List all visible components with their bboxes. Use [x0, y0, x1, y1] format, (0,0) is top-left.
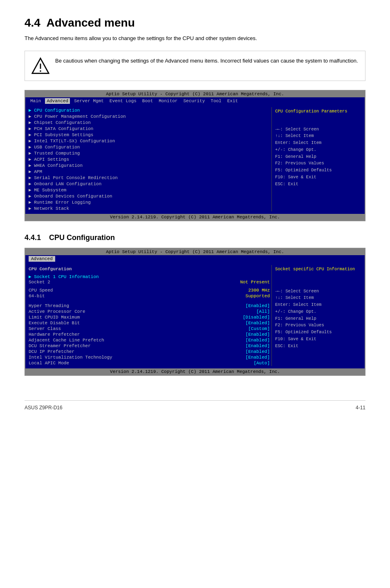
bios-hyper-threading-label: Hyper Threading — [29, 303, 69, 308]
bios-item-trusted[interactable]: ▶ Trusted Computing — [29, 150, 270, 156]
bios-item-me[interactable]: ▶ ME Subsystem — [29, 187, 270, 193]
menu-main[interactable]: Main — [29, 98, 43, 104]
bios-adj-cache-label: Adjacent Cache Line Prefetch — [29, 338, 104, 343]
bios-item-network[interactable]: ▶ Network Stack — [29, 205, 270, 211]
bios-item-cpu-config[interactable]: ▶ CPU Configuration — [29, 107, 270, 113]
bios-socket2-row: Socket 2 Not Present — [29, 279, 270, 285]
bios-64bit-value: Supported — [246, 294, 270, 298]
bios-cpu-speed-value: 2300 MHz — [248, 288, 270, 293]
bios-right2-bottom: →←: Select Screen ↑↓: Select Item Enter:… — [275, 288, 360, 350]
bios-left-1: ▶ CPU Configuration ▶ CPU Power Manageme… — [29, 107, 270, 211]
bios-footer-2: Version 2.14.1219. Copyright (C) 2011 Am… — [25, 368, 365, 375]
bios-help-change: +/-: Change Opt. — [275, 146, 360, 153]
bios-limit-cpuid-row[interactable]: Limit CPUID Maximum [Disabled] — [29, 314, 270, 320]
bios-menubar-1[interactable]: Main Advanced Server Mgmt Event Logs Boo… — [25, 97, 365, 105]
bios-socket2-label: Socket 2 — [29, 280, 50, 285]
bios-item-runtime[interactable]: ▶ Runtime Error Logging — [29, 199, 270, 205]
bios-left-2: CPU Confguration ▶ Socket 1 CPU Informat… — [29, 265, 270, 366]
bios2-help-f1: F1: General Help — [275, 315, 360, 322]
bios-active-proc-label: Active Processor Core — [29, 309, 85, 314]
bios-help-f5: F5: Optimized Defaults — [275, 167, 360, 174]
bios-item-cpu-power[interactable]: ▶ CPU Power Management Configuration — [29, 113, 270, 119]
bios-help-esc: ESC: Exit — [275, 181, 360, 188]
bios-server-class-row[interactable]: Server Class [Custom] — [29, 326, 270, 332]
intro-text: The Advanced menu items allow you to cha… — [25, 34, 365, 43]
bios-local-apic-row[interactable]: Local APIC Mode [Auto] — [29, 360, 270, 366]
bios-help-enter: Enter: Select Item — [275, 139, 360, 146]
bios2-help-esc: ESC: Exit — [275, 343, 360, 350]
bios-right-bottom-1: →←: Select Screen ↑↓: Select Item Enter:… — [275, 126, 360, 188]
bios-help-f10: F10: Save & Exit — [275, 174, 360, 181]
bios-active-proc-value: [All] — [256, 309, 270, 314]
bios-hyper-threading-row[interactable]: Hyper Threading [Enabled] — [29, 303, 270, 309]
bios-active-proc-row[interactable]: Active Processor Core [All] — [29, 309, 270, 314]
bios2-help-item: ↑↓: Select Item — [275, 294, 360, 301]
bios-64bit-label: 64-bit — [29, 294, 45, 298]
bios-dcu-streamer-row[interactable]: DCU Streamer Prefetcher [Enabled] — [29, 343, 270, 349]
bios-body-2: CPU Confguration ▶ Socket 1 CPU Informat… — [25, 263, 365, 368]
bios-item-usb[interactable]: ▶ USB Configuration — [29, 144, 270, 150]
bios-local-apic-label: Local APIC Mode — [29, 361, 69, 366]
bios-execute-disable-label: Execute Disable Bit — [29, 321, 80, 325]
bios-item-pch-sata[interactable]: ▶ PCH SATA Configuration — [29, 126, 270, 132]
menu-tool[interactable]: Tool — [209, 98, 223, 104]
bios-local-apic-value: [Auto] — [253, 361, 270, 366]
bios-adj-cache-row[interactable]: Adjacent Cache Line Prefetch [Enabled] — [29, 337, 270, 343]
menu-advanced[interactable]: Advanced — [45, 98, 70, 104]
bios-hyper-threading-value: [Enabled] — [246, 303, 270, 308]
bios-execute-disable-value: [Enabled] — [246, 321, 270, 325]
bios-item-onboard-dev[interactable]: ▶ Onboard Devices Configuration — [29, 193, 270, 199]
bios-hw-prefetch-value: [Enabled] — [246, 332, 270, 337]
bios2-help-enter: Enter: Select Item — [275, 301, 360, 308]
menu-security[interactable]: Security — [182, 98, 206, 104]
bios-item-whea[interactable]: ▶ WHEA Configuration — [29, 162, 270, 168]
bios-dcu-ip-value: [Enabled] — [246, 349, 270, 354]
footer-left: ASUS Z9PR-D16 — [25, 405, 63, 411]
bios-right-1: CPU Configuration Parameters →←: Select … — [271, 107, 361, 211]
footer-right: 4-11 — [356, 405, 365, 411]
bios-adj-cache-value: [Enabled] — [246, 338, 270, 343]
subsection-name: CPU Configuration — [49, 233, 115, 242]
bios-dcu-ip-label: DCU IP Prefetcher — [29, 349, 74, 354]
bios-item-onboard-lan[interactable]: ▶ Onboard LAN Configuration — [29, 181, 270, 187]
bios-cpu-speed-row: CPU Speed 2300 MHz — [29, 287, 270, 293]
bios2-help-f5: F5: Optimized Defaults — [275, 329, 360, 336]
bios-right2-top: Socket specific CPU Information — [275, 267, 360, 272]
bios-64bit-row: 64-bit Supported — [29, 293, 270, 299]
bios-socket1-info[interactable]: ▶ Socket 1 CPU Information — [29, 274, 270, 279]
bios-limit-cpuid-label: Limit CPUID Maximum — [29, 315, 80, 320]
bios-right-top-1: CPU Configuration Parameters — [275, 109, 360, 114]
bios-item-pci[interactable]: ▶ PCI Subsystem Settings — [29, 132, 270, 138]
menu-exit[interactable]: Exit — [226, 98, 240, 104]
bios-screen-1: Aptio Setup Utility - Copyright (C) 2011… — [25, 90, 365, 221]
bios-tab-advanced[interactable]: Advanced — [29, 256, 55, 262]
bios-hw-prefetch-label: Hardware Prefetcher — [29, 332, 80, 337]
bios-item-serial[interactable]: ▶ Serial Port Console Redirection — [29, 175, 270, 181]
bios-socket2-value: Not Present — [240, 280, 270, 285]
bios-dcu-streamer-label: DCU Streamer Prefetcher — [29, 343, 91, 348]
bios-intel-vt-label: Intel Virtualization Technology — [29, 355, 112, 360]
bios-help-item: ↑↓: Select Item — [275, 132, 360, 139]
bios-item-apm[interactable]: ▶ APM — [29, 168, 270, 175]
bios-hw-prefetch-row[interactable]: Hardware Prefetcher [Enabled] — [29, 332, 270, 337]
bios-cpu-speed-label: CPU Speed — [29, 288, 53, 293]
bios-footer-1: Version 2.14.1219. Copyright (C) 2011 Am… — [25, 214, 365, 220]
bios-limit-cpuid-value: [Disabled] — [243, 315, 270, 320]
subsection-number: 4.4.1 — [25, 233, 41, 242]
menu-monitor[interactable]: Monitor — [157, 98, 179, 104]
bios-execute-disable-row[interactable]: Execute Disable Bit [Enabled] — [29, 320, 270, 326]
bios2-help-change: +/-: Change Opt. — [275, 308, 360, 315]
bios-dcu-ip-row[interactable]: DCU IP Prefetcher [Enabled] — [29, 349, 270, 355]
bios-server-class-value: [Custom] — [248, 326, 270, 331]
menu-server-mgmt[interactable]: Server Mgmt — [72, 98, 105, 104]
bios-intel-vt-row[interactable]: Intel Virtualization Technology [Enabled… — [29, 355, 270, 360]
bios-item-chipset[interactable]: ▶ Chipset Configuration — [29, 119, 270, 126]
bios-help-f2: F2: Previous Values — [275, 160, 360, 167]
menu-event-logs[interactable]: Event Logs — [108, 98, 138, 104]
warning-box: Be cautious when changing the settings o… — [25, 51, 365, 81]
bios-help-screen: →←: Select Screen — [275, 126, 360, 133]
bios-item-intel-txt[interactable]: ▶ Intel TXT(LT-SX) Configuration — [29, 138, 270, 144]
menu-boot[interactable]: Boot — [141, 98, 155, 104]
bios2-help-f2: F2: Previous Values — [275, 322, 360, 329]
bios-item-acpi[interactable]: ▶ ACPI Settings — [29, 156, 270, 162]
